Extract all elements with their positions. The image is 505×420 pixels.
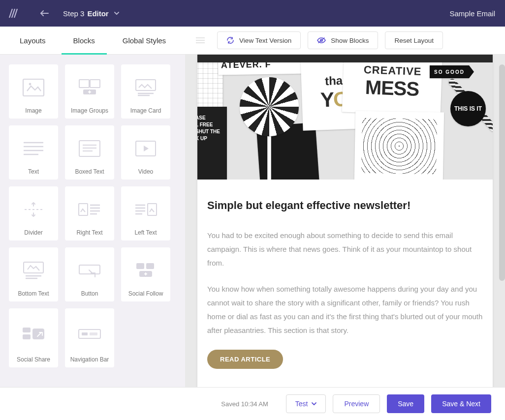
chevron-down-icon: [114, 11, 120, 15]
divider-icon: [22, 190, 45, 228]
block-right-text[interactable]: Right Text: [65, 186, 114, 240]
app-logo-icon: [7, 7, 19, 19]
hero-lollipop: [240, 77, 299, 136]
footer-bar: Saved 10:34 AM Test Preview Save Save & …: [0, 387, 505, 420]
block-label: Social Follow: [128, 290, 163, 298]
image-icon: [22, 68, 45, 106]
block-label: Left Text: [134, 229, 157, 237]
block-button[interactable]: Button: [65, 247, 114, 301]
block-label: Social Share: [17, 356, 50, 363]
block-label: Right Text: [76, 229, 102, 237]
block-label: Image Groups: [71, 107, 108, 115]
block-boxed-text[interactable]: Boxed Text: [65, 125, 114, 180]
button-label: Test: [295, 400, 308, 408]
preview-button[interactable]: Preview: [333, 394, 380, 413]
block-social-follow[interactable]: tf Social Follow: [121, 247, 170, 301]
image-groups-icon: [77, 68, 102, 106]
button-label: Reset Layout: [394, 37, 434, 44]
left-text-icon: [133, 190, 158, 228]
read-article-button[interactable]: READ ARTICLE: [207, 350, 283, 369]
hero-scribble: [354, 111, 444, 180]
article-body: Simple but elegant effective newsletter!…: [197, 180, 493, 387]
button-label: Preview: [344, 400, 369, 408]
block-label: Text: [28, 168, 39, 176]
hero-leftblack: ASE L FREE SHUT THE K UP: [197, 107, 227, 180]
svg-rect-3: [79, 80, 89, 88]
block-text[interactable]: Text: [9, 125, 58, 180]
refresh-icon: [226, 36, 234, 44]
main-area: Image Image Groups Image Card Text: [0, 55, 505, 387]
back-arrow-icon[interactable]: [39, 8, 49, 18]
article-para-1: You had to be excited enough about somet…: [207, 229, 483, 270]
block-label: Image Card: [130, 107, 161, 115]
view-text-version-button[interactable]: View Text Version: [217, 31, 301, 49]
block-label: Video: [138, 168, 153, 176]
block-label: Bottom Text: [18, 290, 49, 298]
svg-rect-6: [136, 80, 156, 90]
hero-thisisit-badge: THIS IS IT: [450, 91, 486, 126]
bottom-text-icon: [22, 251, 45, 289]
block-image[interactable]: Image: [9, 64, 58, 119]
canvas-area: ATEVER. F ASE L FREE SHUT THE K UP thank…: [185, 55, 505, 387]
blocks-sidebar: Image Image Groups Image Card Text: [0, 55, 185, 387]
tab-layouts[interactable]: Layouts: [20, 27, 46, 54]
block-social-share[interactable]: ft Social Share: [9, 308, 58, 367]
svg-rect-11: [24, 262, 43, 273]
block-label: Boxed Text: [75, 168, 104, 176]
show-blocks-button[interactable]: Show Blocks: [308, 31, 378, 49]
step-prefix: Step 3: [63, 9, 84, 18]
email-canvas[interactable]: ATEVER. F ASE L FREE SHUT THE K UP thank…: [197, 55, 493, 387]
video-icon: [134, 129, 158, 167]
app-header: Step 3 Editor Sample Email: [0, 0, 505, 27]
block-image-card[interactable]: Image Card: [121, 64, 170, 119]
button-label: Save: [398, 400, 413, 408]
step-name: Editor: [87, 9, 108, 18]
tab-blocks[interactable]: Blocks: [73, 27, 95, 54]
svg-rect-25: [90, 332, 97, 335]
menu-icon[interactable]: [195, 37, 205, 44]
save-next-button[interactable]: Save & Next: [431, 394, 491, 413]
tab-bar: Layouts Blocks Global Styles View Text V…: [0, 27, 505, 55]
image-card-icon: [134, 68, 158, 106]
boxed-text-icon: [78, 129, 101, 167]
button-label: Show Blocks: [331, 37, 369, 44]
svg-point-2: [29, 83, 32, 85]
hero-image: ATEVER. F ASE L FREE SHUT THE K UP thank…: [197, 62, 493, 180]
block-video[interactable]: Video: [121, 125, 170, 180]
block-bottom-text[interactable]: Bottom Text: [9, 247, 58, 301]
hero-atever: ATEVER. F: [218, 62, 307, 75]
social-follow-icon: tf: [133, 251, 158, 289]
hero-mess-text: MESS: [365, 76, 419, 100]
block-navigation-bar[interactable]: Navigation Bar: [65, 308, 114, 367]
save-button[interactable]: Save: [387, 394, 424, 413]
article-title: Simple but elegant effective newsletter!: [207, 199, 483, 212]
svg-rect-12: [79, 265, 100, 274]
hero-sogood-badge: SO GOOD: [430, 65, 469, 78]
button-label: Save & Next: [442, 400, 480, 408]
navigation-bar-icon: [77, 312, 102, 355]
svg-rect-1: [23, 79, 44, 96]
email-topband: [197, 55, 493, 62]
saved-timestamp: Saved 10:34 AM: [221, 400, 268, 408]
block-label: Divider: [24, 229, 42, 237]
block-label: Image: [25, 107, 41, 115]
step-selector[interactable]: Step 3 Editor: [63, 9, 120, 18]
block-label: Button: [81, 290, 98, 298]
right-text-icon: [77, 190, 102, 228]
svg-rect-4: [90, 80, 100, 88]
button-label: View Text Version: [239, 37, 291, 44]
button-icon: [77, 251, 102, 289]
hero-creative-text: CREATIVE: [364, 63, 422, 78]
block-divider[interactable]: Divider: [9, 186, 58, 240]
canvas-scrollbar[interactable]: [499, 64, 505, 281]
hero-mess-card: CREATIVE MESS: [342, 62, 442, 115]
document-title: Sample Email: [449, 9, 495, 18]
test-button[interactable]: Test: [286, 394, 326, 413]
caret-down-icon: [312, 402, 316, 405]
tab-global-styles[interactable]: Global Styles: [123, 27, 166, 54]
reset-layout-button[interactable]: Reset Layout: [385, 31, 443, 49]
block-label: Navigation Bar: [70, 356, 109, 363]
block-left-text[interactable]: Left Text: [121, 186, 170, 240]
block-image-groups[interactable]: Image Groups: [65, 64, 114, 119]
article-para-2: You know how when something totally awes…: [207, 282, 483, 337]
